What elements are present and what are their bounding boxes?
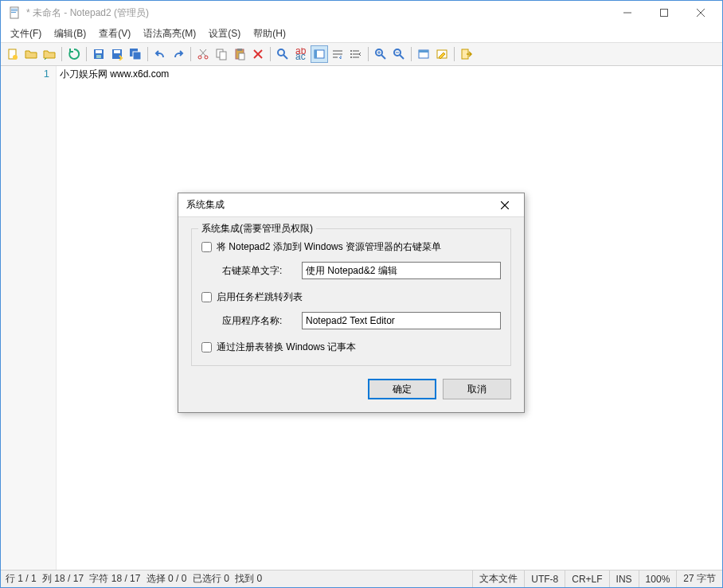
toolbar-separator xyxy=(147,47,148,61)
status-left: 行 1 / 1 列 18 / 17 字符 18 / 17 选择 0 / 0 已选… xyxy=(1,572,472,586)
tb-paste[interactable] xyxy=(231,45,248,63)
dialog-titlebar: 系统集成 xyxy=(178,193,524,217)
dialog-buttons: 确定 取消 xyxy=(191,379,511,399)
status-col: 列 18 / 17 xyxy=(42,572,84,586)
status-zoom[interactable]: 100% xyxy=(639,570,677,587)
window-controls xyxy=(609,1,719,25)
window-title: * 未命名 - Notepad2 (管理员) xyxy=(26,6,609,20)
checkbox-replace-notepad[interactable] xyxy=(201,342,212,352)
svg-point-9 xyxy=(13,55,18,60)
tb-delete[interactable] xyxy=(249,45,267,63)
toolbar: abac xyxy=(1,42,722,66)
checkbox-row-context-menu: 将 Notepad2 添加到 Windows 资源管理器的右键菜单 xyxy=(201,240,501,254)
maximize-button[interactable] xyxy=(646,1,682,25)
tb-save-as[interactable] xyxy=(108,45,126,63)
tb-list[interactable] xyxy=(347,45,365,63)
ok-button[interactable]: 确定 xyxy=(368,379,436,399)
status-row: 行 1 / 1 xyxy=(6,572,37,586)
svg-line-46 xyxy=(400,55,404,59)
checkbox-row-replace-notepad: 通过注册表替换 Windows 记事本 xyxy=(201,341,501,354)
line-gutter: 1 xyxy=(1,66,57,570)
svg-rect-1 xyxy=(11,9,18,10)
status-filetype[interactable]: 文本文件 xyxy=(472,570,524,587)
toolbar-separator xyxy=(454,47,455,61)
checkbox-replace-notepad-label: 通过注册表替换 Windows 记事本 xyxy=(217,341,356,354)
field-row-menu-text: 右键菜单文字: xyxy=(222,262,501,279)
label-app-name: 应用程序名称: xyxy=(222,314,302,328)
menu-settings[interactable]: 设置(S) xyxy=(202,25,247,42)
tb-undo[interactable] xyxy=(151,45,169,63)
tb-replace[interactable]: abac xyxy=(292,45,310,63)
cancel-button[interactable]: 取消 xyxy=(443,379,511,399)
menu-syntax[interactable]: 语法高亮(M) xyxy=(137,25,202,42)
menubar: 文件(F) 编辑(B) 查看(V) 语法高亮(M) 设置(S) 帮助(H) xyxy=(1,25,722,42)
input-app-name[interactable] xyxy=(302,312,501,329)
svg-rect-22 xyxy=(237,49,242,51)
checkbox-context-menu-label: 将 Notepad2 添加到 Windows 资源管理器的右键菜单 xyxy=(217,240,441,254)
tb-settings[interactable] xyxy=(433,45,451,63)
tb-find[interactable] xyxy=(274,45,291,63)
tb-save[interactable] xyxy=(90,45,107,63)
tb-redo[interactable] xyxy=(170,45,187,63)
status-ins[interactable]: INS xyxy=(609,570,639,587)
menu-file[interactable]: 文件(F) xyxy=(4,25,48,42)
close-icon xyxy=(501,201,509,209)
tb-word-wrap[interactable] xyxy=(329,45,346,63)
svg-rect-49 xyxy=(419,50,428,53)
svg-rect-14 xyxy=(114,50,120,53)
status-eol[interactable]: CR+LF xyxy=(565,570,608,587)
tb-new-file[interactable] xyxy=(4,45,21,63)
field-row-app-name: 应用程序名称: xyxy=(222,312,501,329)
group-legend: 系统集成(需要管理员权限) xyxy=(198,222,316,236)
dialog-title: 系统集成 xyxy=(186,198,494,212)
tb-scheme[interactable] xyxy=(415,45,432,63)
menu-edit[interactable]: 编辑(B) xyxy=(48,25,92,42)
statusbar: 行 1 / 1 列 18 / 17 字符 18 / 17 选择 0 / 0 已选… xyxy=(1,570,722,587)
svg-point-26 xyxy=(278,49,284,56)
svg-point-40 xyxy=(350,56,352,58)
svg-point-18 xyxy=(205,56,208,59)
status-bytes: 27 字节 xyxy=(676,570,722,587)
svg-point-39 xyxy=(350,53,352,55)
dialog-close-button[interactable] xyxy=(494,194,516,216)
menu-help[interactable]: 帮助(H) xyxy=(247,25,292,42)
svg-rect-12 xyxy=(96,55,101,58)
tb-revert[interactable] xyxy=(65,45,83,63)
minimize-button[interactable] xyxy=(609,1,646,25)
toolbar-separator xyxy=(61,47,62,61)
tb-zoom-in[interactable] xyxy=(372,45,389,63)
checkbox-jumplist[interactable] xyxy=(201,292,212,302)
dialog-body: 系统集成(需要管理员权限) 将 Notepad2 添加到 Windows 资源管… xyxy=(178,217,524,412)
toolbar-separator xyxy=(411,47,412,61)
menu-view[interactable]: 查看(V) xyxy=(92,25,137,42)
svg-point-17 xyxy=(198,56,201,59)
svg-rect-11 xyxy=(96,50,102,53)
toolbar-separator xyxy=(190,47,191,61)
svg-rect-31 xyxy=(315,50,317,58)
tb-cut[interactable] xyxy=(194,45,212,63)
svg-rect-5 xyxy=(661,10,668,17)
input-menu-text[interactable] xyxy=(302,262,501,279)
tb-save-copy[interactable] xyxy=(127,45,144,63)
tb-copy[interactable] xyxy=(213,45,230,63)
dialog-system-integration: 系统集成 系统集成(需要管理员权限) 将 Notepad2 添加到 Window… xyxy=(178,193,525,413)
tb-exit[interactable] xyxy=(458,45,475,63)
status-encoding[interactable]: UTF-8 xyxy=(524,570,565,587)
checkbox-context-menu[interactable] xyxy=(201,242,212,252)
svg-rect-2 xyxy=(11,10,18,11)
label-menu-text: 右键菜单文字: xyxy=(222,264,302,278)
tb-history[interactable] xyxy=(41,45,58,63)
tb-bookmark[interactable] xyxy=(311,45,328,63)
svg-line-27 xyxy=(283,55,287,59)
toolbar-separator xyxy=(86,47,87,61)
status-chars: 字符 18 / 17 xyxy=(89,572,140,586)
close-button[interactable] xyxy=(682,1,719,25)
tb-zoom-out[interactable] xyxy=(390,45,408,63)
checkbox-jumplist-label: 启用任务栏跳转列表 xyxy=(217,290,303,304)
tb-open-file[interactable] xyxy=(22,45,40,63)
status-selrows: 已选行 0 xyxy=(193,572,229,586)
svg-rect-20 xyxy=(220,52,226,60)
toolbar-separator xyxy=(270,47,271,61)
svg-text:ac: ac xyxy=(295,51,306,60)
svg-rect-3 xyxy=(11,12,16,13)
